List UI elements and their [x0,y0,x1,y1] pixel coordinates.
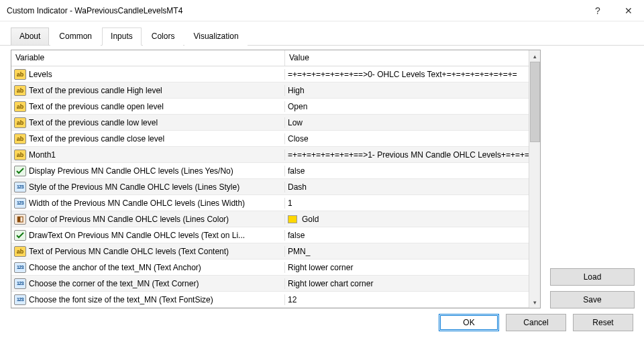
variable-cell: Text of Pervious MN Candle OHLC levels (… [11,246,285,257]
value-cell[interactable]: =+=+=+=+=+=+=+==>0- OHLC Levels Text+=+=… [285,70,540,79]
variable-label: Month1 [29,150,56,160]
color-icon [14,214,26,225]
table-row[interactable]: Text of the previous candle low levelLow [11,115,540,131]
value-cell[interactable]: PMN_ [285,247,540,256]
table-row[interactable]: DrawText On Previous MN Candle OHLC leve… [11,227,540,243]
variable-label: Text of the previous candle High level [29,86,162,95]
table-row[interactable]: Color of Previous MN Candle OHLC levels … [11,211,540,227]
value-cell[interactable]: 1 [285,198,540,208]
boolean-icon [14,230,26,241]
string-icon [14,246,26,257]
value-label: 1 [288,198,292,208]
scrollbar[interactable]: ▴ ▾ [529,50,540,308]
value-label: =+=+=+=+=+=+=+==>0- OHLC Levels Text+=+=… [288,70,517,79]
value-label: 12 [288,295,297,304]
table-row[interactable]: Text of the previous candle close levelC… [11,131,540,147]
save-button[interactable]: Save [550,291,635,308]
table-row[interactable]: Choose the anchor of the text_MN (Text A… [11,260,540,276]
value-cell[interactable]: High [285,86,540,95]
variable-label: Choose the font size of the text_MN (Tex… [29,295,213,304]
reset-button[interactable]: Reset [573,314,633,331]
value-cell[interactable]: false [285,231,540,240]
table-row[interactable]: Display Previous MN Candle OHLC levels (… [11,163,540,179]
load-button[interactable]: Load [550,268,635,286]
variable-cell: Choose the anchor of the text_MN (Text A… [11,262,285,273]
value-label: Open [288,102,307,111]
string-icon [14,85,26,96]
table-row[interactable]: Width of the Previous MN Candle OHLC lev… [11,195,540,211]
table-row[interactable]: Text of the previous candle High levelHi… [11,82,540,99]
value-label: Right lower corner [288,263,353,272]
variable-label: DrawText On Previous MN Candle OHLC leve… [29,231,245,240]
table-row[interactable]: Choose the corner of the text_MN (Text C… [11,276,540,292]
column-header-value[interactable]: Value [285,50,540,66]
value-label: PMN_ [288,247,310,256]
variable-cell: Choose the corner of the text_MN (Text C… [11,278,285,289]
cancel-button[interactable]: Cancel [506,314,566,331]
inputs-grid: Variable Value Levels=+=+=+=+=+=+=+==>0-… [11,50,541,308]
variable-label: Style of the Previous MN Candle OHLC lev… [29,182,239,192]
string-icon [14,117,26,128]
number-icon [14,198,26,209]
variable-label: Display Previous MN Candle OHLC levels (… [29,166,233,176]
variable-label: Text of the previous candle open level [29,102,164,111]
value-label: Right lower chart corner [288,279,373,288]
variable-cell: Month1 [11,150,285,160]
value-label: false [288,166,305,176]
string-icon [14,133,26,144]
string-icon [14,101,26,112]
variable-cell: Choose the font size of the text_MN (Tex… [11,294,285,305]
value-label: Low [288,118,303,127]
value-cell[interactable]: Open [285,102,540,111]
variable-cell: Text of the previous candle close level [11,133,285,144]
close-icon[interactable]: ✕ [613,0,644,21]
value-label: =+=+=+=+=+=+=+==>1- Previous MN Candle O… [288,150,540,160]
window-title: Custom Indicator - WaPreviousCandleLevel… [7,6,582,15]
scroll-up-icon[interactable]: ▴ [529,50,540,62]
tabs: About Common Inputs Colors Visualization [0,21,644,46]
column-header-variable[interactable]: Variable [11,50,285,66]
value-cell[interactable]: =+=+=+=+=+=+=+==>1- Previous MN Candle O… [285,150,540,160]
value-cell[interactable]: Gold [285,215,540,224]
tab-inputs[interactable]: Inputs [102,27,142,46]
value-label: false [288,231,305,240]
value-label: Close [288,134,309,144]
table-row[interactable]: Levels=+=+=+=+=+=+=+==>0- OHLC Levels Te… [11,66,540,82]
variable-cell: Style of the Previous MN Candle OHLC lev… [11,182,285,192]
table-row[interactable]: Style of the Previous MN Candle OHLC lev… [11,179,540,195]
value-cell[interactable]: Dash [285,182,540,192]
value-cell[interactable]: Right lower corner [285,263,540,272]
variable-cell: DrawText On Previous MN Candle OHLC leve… [11,230,285,241]
scroll-down-icon[interactable]: ▾ [529,296,540,308]
table-row[interactable]: Choose the font size of the text_MN (Tex… [11,292,540,308]
tab-visualization[interactable]: Visualization [184,27,247,46]
variable-cell: Text of the previous candle High level [11,85,285,96]
tab-about[interactable]: About [11,27,49,46]
number-icon [14,278,26,289]
variable-label: Color of Previous MN Candle OHLC levels … [29,215,229,224]
table-row[interactable]: Text of Pervious MN Candle OHLC levels (… [11,243,540,260]
tab-colors[interactable]: Colors [143,27,184,46]
variable-label: Width of the Previous MN Candle OHLC lev… [29,198,245,208]
number-icon [14,262,26,273]
number-icon [14,294,26,305]
variable-cell: Text of the previous candle low level [11,117,285,128]
value-cell[interactable]: false [285,166,540,176]
variable-label: Choose the corner of the text_MN (Text C… [29,279,199,288]
variable-label: Text of the previous candle low level [29,118,158,127]
table-row[interactable]: Text of the previous candle open levelOp… [11,99,540,115]
value-label: High [288,86,305,95]
boolean-icon [14,166,26,176]
variable-cell: Levels [11,69,285,80]
bottom-buttons: OK Cancel Reset [0,314,644,338]
value-cell[interactable]: Right lower chart corner [285,279,540,288]
variable-label: Text of the previous candle close level [29,134,164,144]
value-cell[interactable]: Low [285,118,540,127]
scroll-thumb[interactable] [530,62,540,142]
tab-common[interactable]: Common [50,27,101,46]
help-icon[interactable]: ? [582,0,613,21]
value-cell[interactable]: 12 [285,295,540,304]
value-cell[interactable]: Close [285,134,540,144]
ok-button[interactable]: OK [439,314,499,331]
table-row[interactable]: Month1=+=+=+=+=+=+=+==>1- Previous MN Ca… [11,147,540,163]
